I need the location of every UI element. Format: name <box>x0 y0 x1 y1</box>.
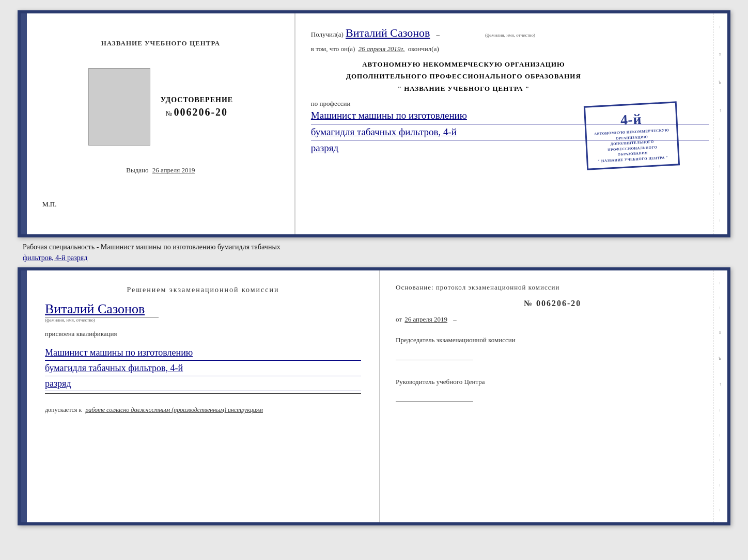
cert-number-prefix-line: № 006206-20 <box>161 106 233 118</box>
top-certificate: НАЗВАНИЕ УЧЕБНОГО ЦЕНТРА УДОСТОВЕРЕНИЕ №… <box>18 10 730 237</box>
cert-number-block: УДОСТОВЕРЕНИЕ № 006206-20 <box>161 96 233 118</box>
protocol-number: № 006206-20 <box>396 299 709 308</box>
cert-right-panel: Получил(а) Виталий Сазонов – (фамилия, и… <box>295 13 727 234</box>
director-label: Руководитель учебного Центра <box>396 378 709 386</box>
cert-right-edge: – и ,а ← – – – – <box>713 13 727 234</box>
date-line: от 26 апреля 2019 – <box>396 315 709 324</box>
допускается-text: работе согласно должностным (производств… <box>85 406 263 413</box>
subtitle-text-normal: Рабочая специальность - Машинист машины … <box>23 243 280 251</box>
qualification-label: присвоена квалификация <box>45 330 361 338</box>
recipient-name: Виталий Сазонов <box>346 26 430 40</box>
допускается-block: допускается к работе согласно должностны… <box>45 406 361 414</box>
bottom-right-panel: Основание: протокол экзаменационной коми… <box>380 270 727 522</box>
cert-center-name: НАЗВАНИЕ УЧЕБНОГО ЦЕНТРА <box>101 39 221 47</box>
bottom-person-name: Виталий Сазонов <box>45 301 361 317</box>
bottom-qual-line2: бумагидля табачных фильтров, 4-й <box>45 361 361 376</box>
protocol-number-value: 006206-20 <box>536 299 581 308</box>
intom-date: 26 апреля 2019г. <box>358 45 404 53</box>
bottom-qual-line1: Машинист машины по изготовлению <box>45 345 361 361</box>
cert-spine <box>21 13 27 234</box>
stamp-text: АВТОНОМНУЮ НЕКОММЕРЧЕСКУЮ ОРГАНИЗАЦИЮ ДО… <box>590 127 674 164</box>
cert-photo <box>88 68 150 146</box>
cert-number-value: 006206-20 <box>174 106 228 118</box>
cert-issued-date: 26 апреля 2019 <box>152 166 195 174</box>
basis-line: Основание: протокол экзаменационной коми… <box>396 283 709 292</box>
bottom-person-block: Виталий Сазонов (фамилия, имя, отчество) <box>45 301 361 323</box>
chairman-block: Председатель экзаменационной комиссии <box>396 336 709 360</box>
stamp: 4-й АВТОНОМНУЮ НЕКОММЕРЧЕСКУЮ ОРГАНИЗАЦИ… <box>584 101 680 170</box>
cert-left-panel: НАЗВАНИЕ УЧЕБНОГО ЦЕНТРА УДОСТОВЕРЕНИЕ №… <box>27 13 295 234</box>
bottom-qual-line3: разряд <box>45 376 361 392</box>
bottom-cert-spine <box>21 270 27 522</box>
chairman-label: Председатель экзаменационной комиссии <box>396 336 709 344</box>
cert-mp: М.П. <box>42 200 56 209</box>
cert-number-label: УДОСТОВЕРЕНИЕ <box>161 96 233 104</box>
finished-label: окончил(а) <box>408 45 439 53</box>
bottom-left-panel: Решением экзаменационной комиссии Витали… <box>27 270 380 522</box>
recipient-line: Получил(а) Виталий Сазонов – (фамилия, и… <box>311 26 709 40</box>
bottom-right-edge: – – и ,а ← – – – – – <box>713 270 727 522</box>
cert-issued-label: Выдано <box>126 166 148 174</box>
org-line2: ДОПОЛНИТЕЛЬНОГО ПРОФЕССИОНАЛЬНОГО ОБРАЗО… <box>311 70 616 82</box>
subtitle-bar: Рабочая специальность - Машинист машины … <box>18 237 730 267</box>
commission-title: Решением экзаменационной комиссии <box>45 286 361 294</box>
допускается-prefix: допускается к <box>45 406 82 413</box>
director-block: Руководитель учебного Центра <box>396 378 709 402</box>
recipient-prefix: Получил(а) <box>311 30 344 39</box>
date-value: 26 апреля 2019 <box>404 315 447 323</box>
org-line1: АВТОНОМНУЮ НЕКОММЕРЧЕСКУЮ ОРГАНИЗАЦИЮ <box>311 58 616 70</box>
recipient-sublabel: (фамилия, имя, отчество) <box>485 33 535 38</box>
org-block: АВТОНОМНУЮ НЕКОММЕРЧЕСКУЮ ОРГАНИЗАЦИЮ ДО… <box>311 58 709 94</box>
org-text: АВТОНОМНУЮ НЕКОММЕРЧЕСКУЮ ОРГАНИЗАЦИЮ ДО… <box>311 58 709 94</box>
intom-prefix: в том, что он(а) <box>311 45 355 53</box>
date-prefix: от <box>396 315 402 323</box>
subtitle-text-underlined: фильтров, 4-й разряд <box>23 254 87 262</box>
cert-issued-block: Выдано 26 апреля 2019 <box>126 166 195 174</box>
bottom-certificate: Решением экзаменационной комиссии Витали… <box>18 267 730 525</box>
protocol-number-prefix: № <box>524 299 533 308</box>
cert-number-prefix: № <box>166 109 172 117</box>
bottom-person-sublabel: (фамилия, имя, отчество) <box>45 317 361 323</box>
intom-line: в том, что он(а) 26 апреля 2019г. окончи… <box>311 45 709 53</box>
stamp-area: 4-й АВТОНОМНУЮ НЕКОММЕРЧЕСКУЮ ОРГАНИЗАЦИ… <box>580 100 683 172</box>
org-line3: " НАЗВАНИЕ УЧЕБНОГО ЦЕНТРА " <box>311 83 616 94</box>
bottom-qualification-block: Машинист машины по изготовлению бумагидл… <box>45 345 361 394</box>
